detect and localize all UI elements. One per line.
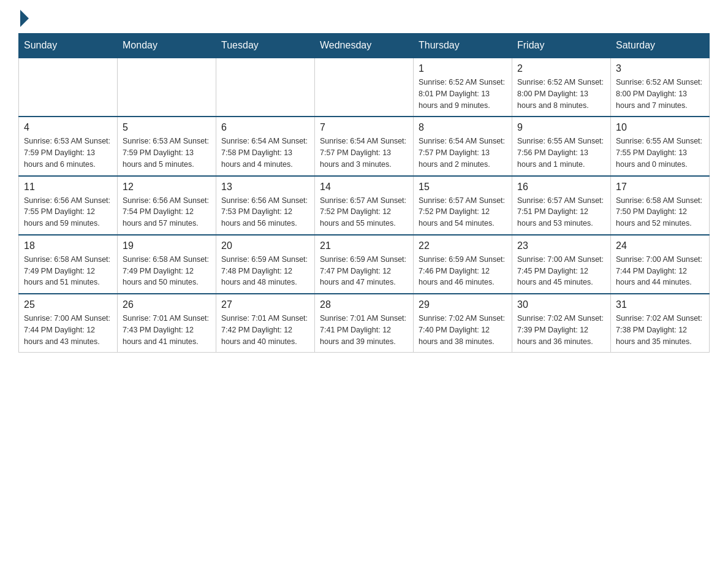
day-info: Sunrise: 6:56 AM Sunset: 7:55 PM Dayligh… [24, 195, 112, 229]
week-row-3: 11Sunrise: 6:56 AM Sunset: 7:55 PM Dayli… [19, 176, 710, 235]
day-info: Sunrise: 7:00 AM Sunset: 7:45 PM Dayligh… [517, 254, 605, 288]
day-number: 18 [24, 240, 112, 251]
day-cell: 10Sunrise: 6:55 AM Sunset: 7:55 PM Dayli… [611, 117, 710, 175]
day-cell: 28Sunrise: 7:01 AM Sunset: 7:41 PM Dayli… [315, 294, 414, 353]
day-info: Sunrise: 6:53 AM Sunset: 7:59 PM Dayligh… [123, 136, 211, 170]
day-number: 15 [419, 182, 507, 193]
day-cell: 11Sunrise: 6:56 AM Sunset: 7:55 PM Dayli… [19, 176, 118, 235]
day-info: Sunrise: 6:59 AM Sunset: 7:46 PM Dayligh… [419, 254, 507, 288]
day-number: 24 [616, 240, 704, 251]
weekday-header-tuesday: Tuesday [216, 34, 315, 58]
day-cell: 6Sunrise: 6:54 AM Sunset: 7:58 PM Daylig… [216, 117, 315, 175]
day-number: 25 [24, 299, 112, 310]
day-number: 4 [24, 122, 112, 133]
day-number: 27 [221, 299, 309, 310]
day-info: Sunrise: 7:02 AM Sunset: 7:39 PM Dayligh… [517, 313, 605, 347]
weekday-header-monday: Monday [118, 34, 216, 58]
page-header [18, 12, 710, 23]
day-number: 7 [320, 122, 408, 133]
day-info: Sunrise: 6:52 AM Sunset: 8:00 PM Dayligh… [616, 77, 704, 111]
day-info: Sunrise: 6:55 AM Sunset: 7:55 PM Dayligh… [616, 136, 704, 170]
day-number: 2 [517, 63, 605, 74]
day-info: Sunrise: 6:55 AM Sunset: 7:56 PM Dayligh… [517, 136, 605, 170]
day-number: 6 [221, 122, 309, 133]
week-row-5: 25Sunrise: 7:00 AM Sunset: 7:44 PM Dayli… [19, 294, 710, 353]
day-info: Sunrise: 6:58 AM Sunset: 7:50 PM Dayligh… [616, 195, 704, 229]
day-info: Sunrise: 6:52 AM Sunset: 8:00 PM Dayligh… [517, 77, 605, 111]
day-cell: 13Sunrise: 6:56 AM Sunset: 7:53 PM Dayli… [216, 176, 315, 235]
day-number: 10 [616, 122, 704, 133]
day-info: Sunrise: 6:54 AM Sunset: 7:58 PM Dayligh… [221, 136, 309, 170]
day-number: 19 [123, 240, 211, 251]
day-info: Sunrise: 6:59 AM Sunset: 7:48 PM Dayligh… [221, 254, 309, 288]
day-number: 11 [24, 182, 112, 193]
day-cell: 24Sunrise: 7:00 AM Sunset: 7:44 PM Dayli… [611, 235, 710, 294]
day-number: 22 [419, 240, 507, 251]
day-info: Sunrise: 6:58 AM Sunset: 7:49 PM Dayligh… [123, 254, 211, 288]
calendar-table: SundayMondayTuesdayWednesdayThursdayFrid… [18, 33, 710, 353]
week-row-4: 18Sunrise: 6:58 AM Sunset: 7:49 PM Dayli… [19, 235, 710, 294]
day-number: 30 [517, 299, 605, 310]
weekday-header-wednesday: Wednesday [315, 34, 414, 58]
day-cell: 30Sunrise: 7:02 AM Sunset: 7:39 PM Dayli… [512, 294, 611, 353]
day-cell: 23Sunrise: 7:00 AM Sunset: 7:45 PM Dayli… [512, 235, 611, 294]
day-cell: 29Sunrise: 7:02 AM Sunset: 7:40 PM Dayli… [414, 294, 512, 353]
day-cell: 27Sunrise: 7:01 AM Sunset: 7:42 PM Dayli… [216, 294, 315, 353]
day-info: Sunrise: 6:57 AM Sunset: 7:52 PM Dayligh… [320, 195, 408, 229]
day-number: 3 [616, 63, 704, 74]
day-cell: 16Sunrise: 6:57 AM Sunset: 7:51 PM Dayli… [512, 176, 611, 235]
weekday-header-sunday: Sunday [19, 34, 118, 58]
day-cell: 3Sunrise: 6:52 AM Sunset: 8:00 PM Daylig… [611, 58, 710, 117]
weekday-header-saturday: Saturday [611, 34, 710, 58]
week-row-1: 1Sunrise: 6:52 AM Sunset: 8:01 PM Daylig… [19, 58, 710, 117]
weekday-header-thursday: Thursday [414, 34, 512, 58]
day-info: Sunrise: 6:56 AM Sunset: 7:54 PM Dayligh… [123, 195, 211, 229]
day-number: 31 [616, 299, 704, 310]
day-cell: 15Sunrise: 6:57 AM Sunset: 7:52 PM Dayli… [414, 176, 512, 235]
logo [18, 12, 29, 23]
day-number: 16 [517, 182, 605, 193]
day-cell: 7Sunrise: 6:54 AM Sunset: 7:57 PM Daylig… [315, 117, 414, 175]
day-number: 20 [221, 240, 309, 251]
day-cell: 18Sunrise: 6:58 AM Sunset: 7:49 PM Dayli… [19, 235, 118, 294]
day-cell [315, 58, 414, 117]
day-number: 26 [123, 299, 211, 310]
day-number: 8 [419, 122, 507, 133]
day-cell [19, 58, 118, 117]
day-number: 1 [419, 63, 507, 74]
day-cell: 8Sunrise: 6:54 AM Sunset: 7:57 PM Daylig… [414, 117, 512, 175]
day-number: 28 [320, 299, 408, 310]
day-info: Sunrise: 7:02 AM Sunset: 7:38 PM Dayligh… [616, 313, 704, 347]
weekday-header-friday: Friday [512, 34, 611, 58]
day-info: Sunrise: 6:54 AM Sunset: 7:57 PM Dayligh… [419, 136, 507, 170]
day-cell: 22Sunrise: 6:59 AM Sunset: 7:46 PM Dayli… [414, 235, 512, 294]
day-number: 12 [123, 182, 211, 193]
day-info: Sunrise: 7:00 AM Sunset: 7:44 PM Dayligh… [24, 313, 112, 347]
day-cell: 2Sunrise: 6:52 AM Sunset: 8:00 PM Daylig… [512, 58, 611, 117]
day-cell: 1Sunrise: 6:52 AM Sunset: 8:01 PM Daylig… [414, 58, 512, 117]
day-number: 17 [616, 182, 704, 193]
day-info: Sunrise: 6:54 AM Sunset: 7:57 PM Dayligh… [320, 136, 408, 170]
day-info: Sunrise: 7:01 AM Sunset: 7:42 PM Dayligh… [221, 313, 309, 347]
day-info: Sunrise: 6:57 AM Sunset: 7:52 PM Dayligh… [419, 195, 507, 229]
day-cell [118, 58, 216, 117]
day-cell: 19Sunrise: 6:58 AM Sunset: 7:49 PM Dayli… [118, 235, 216, 294]
day-cell: 14Sunrise: 6:57 AM Sunset: 7:52 PM Dayli… [315, 176, 414, 235]
day-number: 13 [221, 182, 309, 193]
day-number: 14 [320, 182, 408, 193]
day-info: Sunrise: 6:56 AM Sunset: 7:53 PM Dayligh… [221, 195, 309, 229]
day-info: Sunrise: 6:58 AM Sunset: 7:49 PM Dayligh… [24, 254, 112, 288]
day-number: 29 [419, 299, 507, 310]
day-info: Sunrise: 6:57 AM Sunset: 7:51 PM Dayligh… [517, 195, 605, 229]
week-row-2: 4Sunrise: 6:53 AM Sunset: 7:59 PM Daylig… [19, 117, 710, 175]
day-cell [216, 58, 315, 117]
day-number: 9 [517, 122, 605, 133]
day-cell: 9Sunrise: 6:55 AM Sunset: 7:56 PM Daylig… [512, 117, 611, 175]
day-cell: 5Sunrise: 6:53 AM Sunset: 7:59 PM Daylig… [118, 117, 216, 175]
day-cell: 26Sunrise: 7:01 AM Sunset: 7:43 PM Dayli… [118, 294, 216, 353]
day-info: Sunrise: 7:02 AM Sunset: 7:40 PM Dayligh… [419, 313, 507, 347]
day-info: Sunrise: 7:01 AM Sunset: 7:41 PM Dayligh… [320, 313, 408, 347]
day-cell: 31Sunrise: 7:02 AM Sunset: 7:38 PM Dayli… [611, 294, 710, 353]
logo-triangle-icon [20, 10, 29, 27]
day-number: 21 [320, 240, 408, 251]
